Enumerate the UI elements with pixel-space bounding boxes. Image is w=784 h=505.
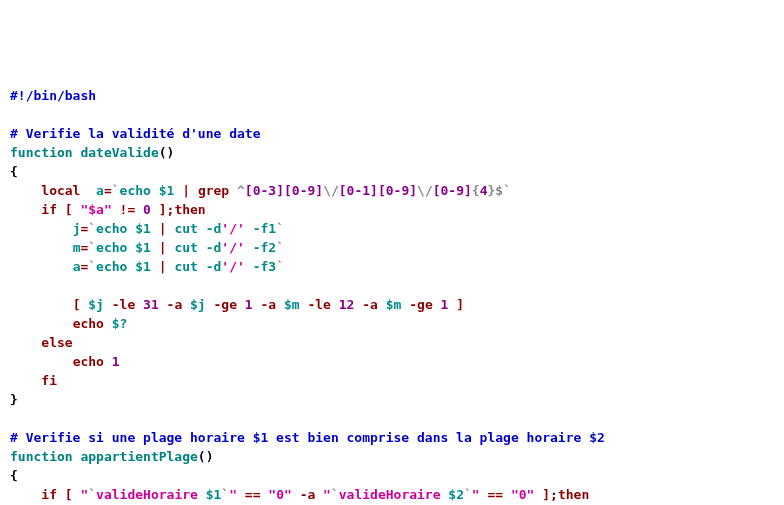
backtick: ` [276, 259, 284, 274]
quote: " [323, 487, 331, 502]
cmd-echo: echo [73, 316, 104, 331]
op-eq: == [245, 487, 261, 502]
cmd-echo: echo [96, 221, 127, 236]
keyword-function: function [10, 145, 73, 160]
backtick: ` [276, 221, 284, 236]
brace: { [472, 183, 480, 198]
arg: $1 [135, 240, 151, 255]
flag-d: -d [206, 240, 222, 255]
flag-d: -d [206, 221, 222, 236]
pipe: | [182, 183, 190, 198]
quant: 4 [480, 183, 488, 198]
backtick: ` [112, 183, 120, 198]
cmd-cut: cut [174, 221, 197, 236]
delim: '/' [221, 259, 244, 274]
arg: $1 [206, 487, 222, 502]
var-j: $j [190, 297, 206, 312]
op-ne: != [120, 202, 136, 217]
keyword-fi: fi [41, 373, 57, 388]
code-block: #!/bin/bash # Verifie la validité d'une … [10, 86, 774, 505]
var-j: $j [88, 297, 104, 312]
cmd-cut: cut [174, 259, 197, 274]
parens: () [198, 449, 214, 464]
backtick: ` [464, 487, 472, 502]
zero: 0 [143, 202, 151, 217]
flag-f: -f2 [253, 240, 276, 255]
arg: $2 [448, 487, 464, 502]
cmd-echo: echo [120, 183, 151, 198]
flag-d: -d [206, 259, 222, 274]
cmd-echo: echo [73, 354, 104, 369]
op-ge: -ge [409, 297, 432, 312]
num-1: 1 [112, 354, 120, 369]
test-close: ] [456, 297, 464, 312]
brace-open: { [10, 164, 18, 179]
cmd-echo: echo [96, 259, 127, 274]
op-le: -le [112, 297, 135, 312]
equals: = [104, 183, 112, 198]
var-m: $m [284, 297, 300, 312]
quote: " [472, 487, 480, 502]
cmd-valideHoraire: valideHoraire [96, 487, 198, 502]
zero: "0" [268, 487, 291, 502]
backtick: ` [503, 183, 511, 198]
flag-f: -f1 [253, 221, 276, 236]
keyword-function: function [10, 449, 73, 464]
var-m: $m [386, 297, 402, 312]
backtick: ` [221, 487, 229, 502]
op-a: -a [167, 297, 183, 312]
keyword-then: ];then [542, 487, 589, 502]
cmd-valideHoraire: valideHoraire [339, 487, 441, 502]
zero: "0" [511, 487, 534, 502]
op-a: -a [261, 297, 277, 312]
function-name: dateValide [80, 145, 158, 160]
parens: () [159, 145, 175, 160]
shebang: #!/bin/bash [10, 88, 96, 103]
keyword-else: else [41, 335, 72, 350]
op-le: -le [307, 297, 330, 312]
cmd-echo: echo [96, 240, 127, 255]
num-1: 1 [441, 297, 449, 312]
string: "$a" [80, 202, 111, 217]
flag-f: -f3 [253, 259, 276, 274]
backtick: ` [331, 487, 339, 502]
delim: '/' [221, 221, 244, 236]
backtick: ` [88, 221, 96, 236]
quote: " [229, 487, 237, 502]
num-12: 12 [339, 297, 355, 312]
op-ge: -ge [214, 297, 237, 312]
keyword-local: local [41, 183, 80, 198]
backtick: ` [276, 240, 284, 255]
keyword-if: if [ [41, 487, 72, 502]
brace-close: } [10, 392, 18, 407]
escape: \/ [323, 183, 339, 198]
backtick: ` [88, 259, 96, 274]
backtick: ` [88, 487, 96, 502]
arg: $1 [135, 259, 151, 274]
exit-status: $? [112, 316, 128, 331]
comment: # Verifie si une plage horaire $1 est bi… [10, 430, 605, 445]
num-31: 31 [143, 297, 159, 312]
keyword-then: ];then [159, 202, 206, 217]
regex: [0-9] [433, 183, 472, 198]
caret: ^ [237, 183, 245, 198]
cmd-grep: grep [198, 183, 229, 198]
regex: [0-1][0-9] [339, 183, 417, 198]
delim: '/' [221, 240, 244, 255]
op-a: -a [300, 487, 316, 502]
function-name: appartientPlage [80, 449, 197, 464]
escape: \/ [417, 183, 433, 198]
brace-open: { [10, 468, 18, 483]
arg: $1 [159, 183, 175, 198]
cmd-cut: cut [174, 240, 197, 255]
comment: # Verifie la validité d'une date [10, 126, 260, 141]
pipe: | [159, 240, 167, 255]
arg: $1 [135, 221, 151, 236]
pipe: | [159, 221, 167, 236]
test-open: [ [73, 297, 81, 312]
op-eq: == [487, 487, 503, 502]
dollar: $ [495, 183, 503, 198]
keyword-if: if [ [41, 202, 72, 217]
var-a: a [96, 183, 104, 198]
regex: [0-3][0-9] [245, 183, 323, 198]
